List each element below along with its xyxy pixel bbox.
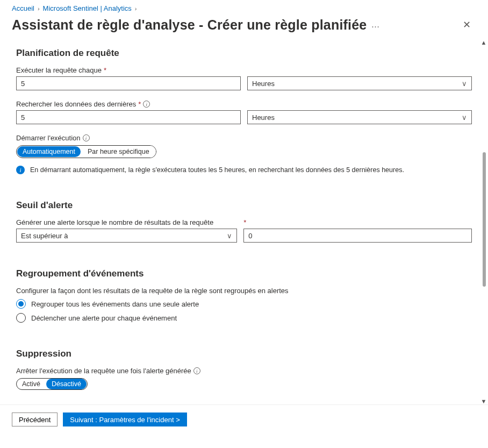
breadcrumb-sentinel[interactable]: Microsoft Sentinel | Analytics [43, 4, 132, 12]
back-button[interactable]: Précédent [12, 413, 58, 426]
threshold-heading: Seuil d'alerte [16, 200, 472, 211]
info-icon[interactable]: i [83, 134, 90, 141]
run-every-label: Exécuter la requête chaque [16, 66, 102, 74]
info-icon[interactable]: i [193, 367, 200, 374]
more-options-icon[interactable]: … [371, 20, 379, 30]
lookup-unit-value: Heures [252, 113, 275, 122]
start-auto-option[interactable]: Automatiquement [17, 146, 81, 157]
next-button[interactable]: Suivant : Paramètres de l'incident > [63, 413, 186, 426]
info-icon[interactable]: i [143, 101, 150, 108]
chevron-down-icon: ∨ [227, 232, 232, 240]
threshold-label: Générer une alerte lorsque le nombre de … [16, 218, 213, 226]
title-bar: Assistant de règle d'analyse - Créer une… [0, 12, 488, 39]
close-icon[interactable]: ✕ [457, 16, 476, 34]
form-content: Planification de requête Exécuter la req… [0, 39, 488, 404]
start-specific-option[interactable]: Par heure spécifique [81, 146, 156, 158]
breadcrumb-home[interactable]: Accueil [12, 4, 34, 12]
suppression-toggle: Activé Désactivé [16, 378, 88, 390]
threshold-operator-value: Est supérieur à [21, 232, 68, 240]
footer: Précédent Suivant : Paramètres de l'inci… [0, 405, 488, 434]
breadcrumb: Accueil › Microsoft Sentinel | Analytics… [0, 0, 488, 12]
suppression-heading: Suppression [16, 349, 472, 359]
suppression-off-option[interactable]: Désactivé [46, 379, 87, 389]
scrollbar[interactable]: ▲ ▼ [480, 39, 487, 404]
scroll-up-icon[interactable]: ▲ [480, 39, 487, 46]
radio-icon [16, 299, 26, 309]
run-every-unit-select[interactable]: Heures ∨ [247, 76, 472, 90]
run-every-input[interactable] [16, 76, 241, 90]
scroll-thumb[interactable] [483, 152, 486, 287]
lookup-unit-select[interactable]: Heures ∨ [247, 110, 472, 124]
chevron-right-icon: › [38, 5, 40, 12]
suppression-on-option[interactable]: Activé [17, 379, 46, 389]
required-icon: * [104, 66, 106, 74]
start-label: Démarrer l'exécution [16, 134, 81, 142]
threshold-operator-select[interactable]: Est supérieur à ∨ [16, 229, 237, 243]
grouping-option-each[interactable]: Déclencher une alerte pour chaque événem… [16, 313, 472, 323]
suppression-label: Arrêter l'exécution de la requête une fo… [16, 367, 191, 375]
grouping-option-all-label: Regrouper tous les événements dans une s… [31, 300, 199, 308]
schedule-info-text: En démarrant automatiquement, la règle s… [30, 166, 404, 174]
run-every-unit-value: Heures [252, 80, 275, 88]
grouping-option-all[interactable]: Regrouper tous les événements dans une s… [16, 299, 472, 309]
required-icon: * [243, 218, 246, 226]
chevron-right-icon: › [135, 5, 137, 12]
grouping-heading: Regroupement d'événements [16, 268, 472, 279]
lookup-label: Rechercher les données des dernières [16, 100, 136, 108]
schedule-heading: Planification de requête [16, 48, 472, 59]
chevron-down-icon: ∨ [462, 80, 467, 88]
required-icon: * [138, 100, 141, 108]
info-icon: i [16, 166, 25, 174]
lookup-input[interactable] [16, 110, 241, 124]
radio-icon [16, 313, 26, 323]
grouping-option-each-label: Déclencher une alerte pour chaque événem… [31, 314, 177, 322]
start-mode-toggle: Automatiquement Par heure spécifique [16, 145, 156, 158]
page-title: Assistant de règle d'analyse - Créer une… [12, 17, 367, 33]
chevron-down-icon: ∨ [462, 113, 467, 122]
threshold-value-input[interactable] [243, 229, 472, 243]
scroll-down-icon[interactable]: ▼ [480, 398, 487, 404]
grouping-label: Configurer la façon dont les résultats d… [16, 287, 472, 295]
